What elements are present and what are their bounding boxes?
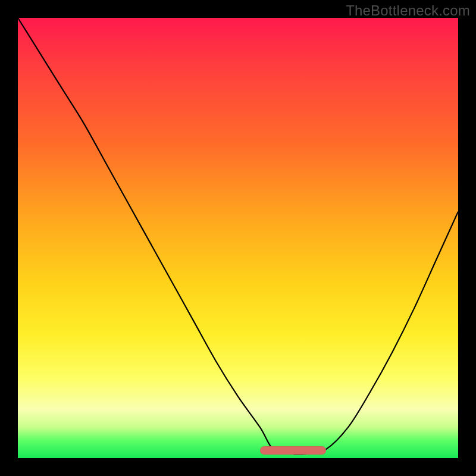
watermark-label: TheBottleneck.com xyxy=(346,2,470,19)
optimal-range-marker xyxy=(260,446,326,455)
chart-frame: TheBottleneck.com xyxy=(0,0,476,476)
plot-area xyxy=(18,18,458,458)
curve-path xyxy=(18,18,458,455)
bottleneck-curve xyxy=(18,18,458,458)
